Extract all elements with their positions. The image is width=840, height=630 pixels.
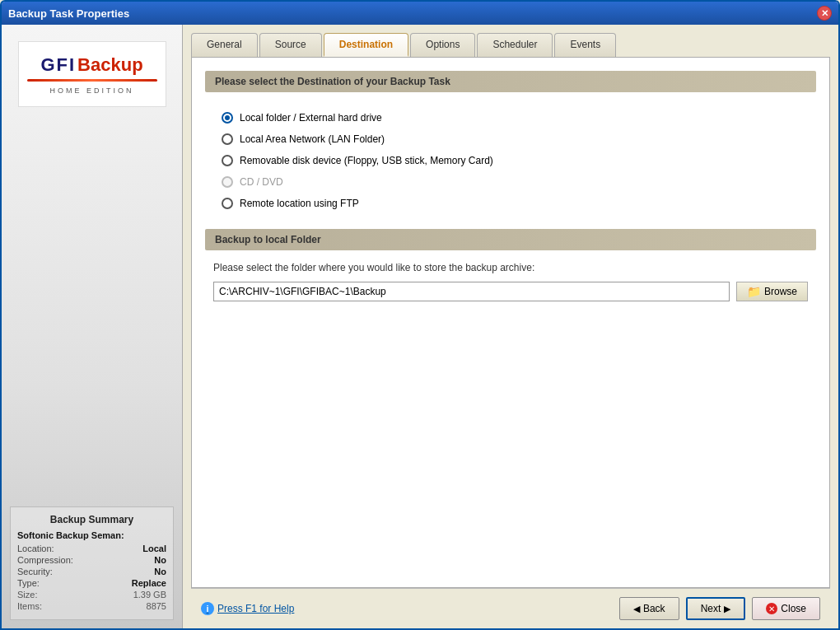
option-local-label: Local folder / External hard drive (240, 112, 382, 124)
tab-destination[interactable]: Destination (324, 33, 408, 57)
summary-row-items: Items: 8875 (17, 601, 166, 611)
backup-summary-title: Backup Summary (17, 514, 166, 525)
option-cddvd: CD / DVD (222, 176, 800, 188)
back-label: Back (643, 603, 665, 614)
radio-cddvd (222, 176, 233, 188)
tab-bar: General Source Destination Options Sched… (191, 33, 830, 57)
radio-lan[interactable] (222, 133, 233, 145)
close-label: Close (781, 603, 806, 614)
help-icon: i (201, 602, 214, 615)
compression-value: No (154, 555, 166, 565)
window-title: Backup Task Properties (8, 7, 129, 20)
window-close-button[interactable]: ✕ (817, 6, 832, 21)
close-button[interactable]: ✕ Close (752, 597, 820, 620)
destination-options: Local folder / External hard drive Local… (205, 104, 816, 217)
back-arrow-icon: ◀ (633, 604, 640, 614)
size-value: 1.39 GB (133, 590, 166, 600)
tab-scheduler[interactable]: Scheduler (477, 33, 553, 57)
nav-buttons: ◀ Back Next ▶ ✕ Close (619, 597, 820, 620)
folder-header: Backup to local Folder (205, 229, 816, 250)
tab-source[interactable]: Source (259, 33, 322, 57)
bottom-bar: i Press F1 for Help ◀ Back Next ▶ ✕ Clos… (191, 588, 830, 628)
type-label: Type: (17, 578, 40, 588)
location-label: Location: (17, 544, 54, 553)
tab-general[interactable]: General (191, 33, 258, 57)
items-value: 8875 (147, 601, 166, 611)
browse-icon: 📁 (747, 285, 761, 298)
logo-line (27, 79, 157, 82)
browse-button[interactable]: 📁 Browse (736, 282, 808, 301)
destination-header: Please select the Destination of your Ba… (205, 71, 816, 92)
close-x-icon: ✕ (766, 603, 777, 614)
sidebar: GFI Backup HOME EDITION Backup Summary S… (2, 25, 183, 628)
location-value: Local (142, 544, 166, 553)
logo-edition: HOME EDITION (49, 86, 133, 95)
next-label: Next (701, 603, 721, 614)
logo-area: GFI Backup HOME EDITION (18, 41, 166, 107)
option-local[interactable]: Local folder / External hard drive (222, 112, 800, 124)
title-bar: Backup Task Properties ✕ (2, 2, 838, 25)
summary-row-compression: Compression: No (17, 555, 166, 565)
window-content: GFI Backup HOME EDITION Backup Summary S… (2, 25, 838, 628)
summary-row-size: Size: 1.39 GB (17, 590, 166, 600)
option-removable-label: Removable disk device (Floppy, USB stick… (240, 155, 493, 166)
main-area: General Source Destination Options Sched… (183, 25, 838, 628)
size-label: Size: (17, 590, 37, 600)
radio-removable[interactable] (222, 155, 233, 166)
summary-row-type: Type: Replace (17, 578, 166, 588)
folder-path-input[interactable] (213, 282, 730, 301)
next-button[interactable]: Next ▶ (686, 597, 746, 620)
folder-instruction: Please select the folder where you would… (205, 262, 816, 273)
radio-ftp[interactable] (222, 198, 233, 209)
backup-summary: Backup Summary Softonic Backup Seman: Lo… (10, 506, 174, 620)
compression-label: Compression: (17, 555, 73, 565)
option-lan-label: Local Area Network (LAN Folder) (240, 133, 385, 145)
option-cddvd-label: CD / DVD (240, 176, 283, 188)
tab-content: Please select the Destination of your Ba… (191, 57, 830, 588)
security-label: Security: (17, 567, 53, 576)
next-arrow-icon: ▶ (724, 604, 730, 614)
security-value: No (154, 567, 166, 576)
back-button[interactable]: ◀ Back (619, 597, 679, 620)
help-link[interactable]: i Press F1 for Help (201, 602, 294, 615)
option-ftp[interactable]: Remote location using FTP (222, 198, 800, 209)
task-name: Softonic Backup Seman: (17, 530, 166, 540)
logo-gfi: GFI (40, 54, 76, 76)
option-lan[interactable]: Local Area Network (LAN Folder) (222, 133, 800, 145)
option-removable[interactable]: Removable disk device (Floppy, USB stick… (222, 155, 800, 166)
main-window: Backup Task Properties ✕ GFI Backup HOME… (0, 0, 840, 630)
folder-section: Please select the folder where you would… (205, 262, 816, 301)
help-text: Press F1 for Help (217, 603, 294, 614)
tab-events[interactable]: Events (554, 33, 616, 57)
radio-local[interactable] (222, 112, 233, 124)
folder-input-row: 📁 Browse (205, 282, 816, 301)
browse-label: Browse (764, 286, 797, 297)
summary-row-location: Location: Local (17, 544, 166, 553)
option-ftp-label: Remote location using FTP (240, 198, 359, 209)
logo-backup: Backup (77, 54, 142, 76)
type-value: Replace (132, 578, 166, 588)
summary-row-security: Security: No (17, 567, 166, 576)
tab-options[interactable]: Options (410, 33, 475, 57)
items-label: Items: (17, 601, 42, 611)
